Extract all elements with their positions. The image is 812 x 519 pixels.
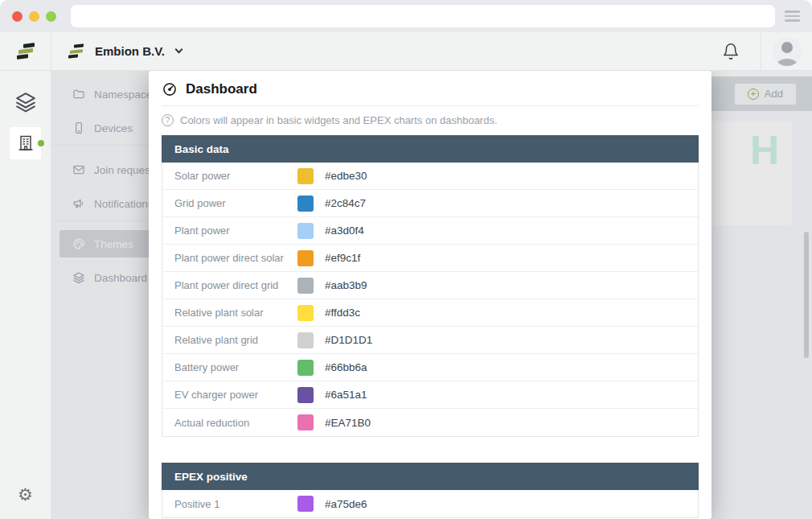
color-row-label: Plant power (174, 224, 297, 237)
color-row-label: Actual reduction (174, 417, 297, 429)
color-hex-value: #66bb6a (325, 361, 367, 373)
color-row[interactable]: Positive 1#a75de6 (162, 490, 698, 517)
color-swatch[interactable] (297, 196, 314, 212)
color-row-label: Relative plant grid (174, 334, 297, 346)
notifications-bell-icon[interactable] (722, 43, 740, 60)
color-row-label: EV charger power (174, 389, 297, 401)
color-row[interactable]: EV charger power#6a51a1 (162, 381, 698, 409)
modal-title: Dashboard (186, 81, 257, 97)
color-row-label: Plant power direct solar (174, 252, 297, 264)
color-swatch[interactable] (297, 387, 314, 403)
close-window-button[interactable] (12, 11, 23, 22)
settings-gear-icon[interactable]: ⚙ (18, 486, 33, 503)
color-hex-value: #EA71B0 (325, 417, 371, 429)
avatar-cell (761, 32, 812, 70)
color-row-label: Battery power (174, 361, 297, 373)
color-row[interactable]: Plant power direct grid#aab3b9 (162, 272, 698, 299)
org-name: Embion B.V. (95, 44, 165, 58)
color-row-label: Positive 1 (174, 498, 297, 510)
color-hex-value: #ef9c1f (325, 252, 360, 264)
color-swatch[interactable] (297, 414, 314, 430)
embion-logo-icon (15, 43, 36, 59)
help-circle-icon: ? (162, 114, 174, 126)
app-topbar: Embion B.V. (0, 32, 812, 71)
avatar-body (777, 59, 798, 66)
color-hex-value: #6a51a1 (325, 389, 367, 401)
color-row[interactable]: Grid power#2c84c7 (162, 190, 698, 217)
color-swatch[interactable] (297, 360, 314, 376)
color-swatch[interactable] (297, 223, 314, 239)
color-table: Positive 1#a75de6 (162, 490, 699, 518)
color-swatch[interactable] (297, 332, 314, 348)
icon-rail: ⚙ (0, 71, 51, 519)
color-section: EPEX positivePositive 1#a75de6 (162, 463, 699, 518)
topbar: Embion B.V. (51, 32, 812, 70)
color-row[interactable]: Relative plant grid#D1D1D1 (162, 327, 698, 354)
color-row[interactable]: Actual reduction#EA71B0 (162, 409, 698, 436)
color-swatch[interactable] (297, 278, 314, 294)
modal-info-text: Colors will appear in basic widgets and … (180, 114, 498, 126)
color-section: Basic dataSolar power#edbe30Grid power#2… (162, 135, 699, 437)
color-swatch[interactable] (297, 168, 314, 184)
color-row-label: Solar power (174, 170, 297, 182)
color-hex-value: #D1D1D1 (325, 334, 372, 346)
color-row[interactable]: Plant power direct solar#ef9c1f (162, 245, 698, 272)
browser-window: Embion B.V. (0, 0, 812, 519)
section-header: EPEX positive (162, 463, 699, 490)
minimize-window-button[interactable] (29, 11, 39, 22)
color-row[interactable]: Battery power#66bb6a (162, 354, 698, 381)
modal-info: ? Colors will appear in basic widgets an… (162, 106, 699, 135)
color-row-label: Relative plant solar (174, 307, 297, 319)
workspace: NamespacesDevicesJoin requestsNotificati… (51, 71, 812, 519)
color-table: Solar power#edbe30Grid power#2c84c7Plant… (162, 163, 699, 437)
color-hex-value: #2c84c7 (325, 197, 366, 209)
color-row-label: Plant power direct grid (174, 279, 297, 291)
modal-header: Dashboard (162, 76, 699, 105)
org-switcher[interactable]: Embion B.V. (68, 44, 182, 58)
color-hex-value: #ffdd3c (325, 307, 360, 319)
rail-logo-cell (0, 32, 51, 70)
app: Embion B.V. (0, 32, 812, 519)
embion-logo-small-icon (68, 44, 85, 58)
body-row: ⚙ NamespacesDevicesJoin requestsNotifica… (0, 71, 812, 519)
maximize-window-button[interactable] (46, 11, 56, 22)
color-row-label: Grid power (174, 197, 297, 209)
dashboard-gauge-icon (162, 81, 178, 97)
window-controls (12, 11, 56, 22)
theme-colors-modal: Dashboard ? Colors will appear in basic … (149, 71, 712, 519)
color-sections: Basic dataSolar power#edbe30Grid power#2… (162, 135, 699, 518)
color-row[interactable]: Relative plant solar#ffdd3c (162, 299, 698, 327)
color-hex-value: #edbe30 (325, 170, 367, 182)
color-swatch[interactable] (297, 250, 314, 266)
topbar-right (722, 32, 812, 70)
color-hex-value: #aab3b9 (325, 279, 367, 291)
browser-menu-icon[interactable] (785, 10, 800, 22)
color-swatch[interactable] (297, 305, 314, 321)
namespaces-layers-icon[interactable] (15, 92, 36, 113)
active-org-building-icon[interactable] (10, 127, 41, 159)
color-swatch[interactable] (297, 496, 314, 512)
color-hex-value: #a3d0f4 (325, 224, 364, 237)
org-status-dot (38, 140, 44, 146)
address-bar[interactable] (71, 5, 775, 27)
user-avatar[interactable] (773, 37, 802, 66)
chevron-down-icon (175, 46, 183, 54)
section-header: Basic data (162, 135, 699, 163)
browser-chrome (0, 0, 812, 32)
color-row[interactable]: Plant power#a3d0f4 (162, 217, 698, 245)
color-hex-value: #a75de6 (325, 498, 367, 510)
color-row[interactable]: Solar power#edbe30 (162, 163, 698, 190)
avatar-head (781, 42, 793, 53)
